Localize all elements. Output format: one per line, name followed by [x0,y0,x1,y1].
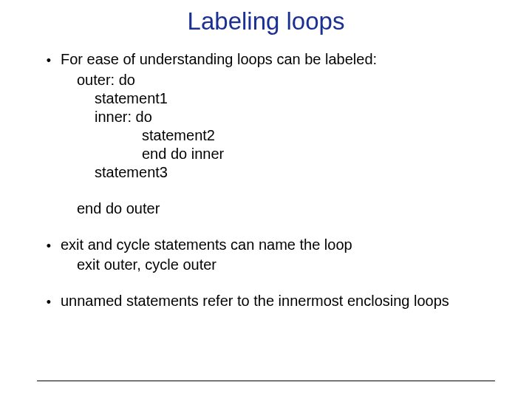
bullet-2-text: exit and cycle statements can name the l… [61,236,495,254]
bullet-3-text: unnamed statements refer to the innermos… [61,292,495,310]
bullet-1-text: For ease of understanding loops can be l… [61,50,495,69]
code-line-6: statement3 [95,163,495,182]
footer-divider [37,381,495,381]
code-line-2: statement1 [95,89,495,108]
bullet-3: • unnamed statements refer to the innerm… [37,292,495,311]
code-line-3: inner: do [95,108,495,126]
bullet-dot: • [37,50,61,69]
code-line-7: end do outer [77,200,495,218]
bullet-2: • exit and cycle statements can name the… [37,236,495,255]
slide-content: Labeling loops • For ease of understandi… [0,0,532,381]
bullet-dot: • [37,292,61,311]
page-title: Labeling loops [37,7,495,35]
bullet-2-sub: exit outer, cycle outer [77,256,495,274]
code-line-5: end do inner [142,145,495,163]
code-line-4: statement2 [142,126,495,145]
code-line-1: outer: do [77,71,495,89]
body-content: • For ease of understanding loops can be… [37,50,495,313]
bullet-1: • For ease of understanding loops can be… [37,50,495,69]
bullet-dot: • [37,236,61,255]
